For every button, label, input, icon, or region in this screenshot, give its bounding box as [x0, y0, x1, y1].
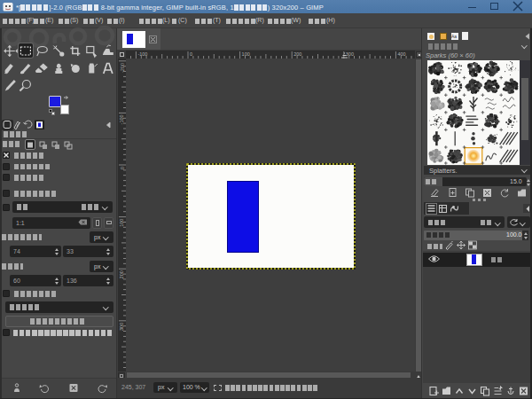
svg-text:400: 400: [397, 51, 405, 57]
svg-text:-100: -100: [137, 51, 147, 57]
svg-text:0: 0: [120, 167, 125, 169]
svg-text:100: 100: [120, 219, 125, 227]
svg-text:100: 100: [242, 51, 250, 57]
svg-text:-100: -100: [120, 114, 125, 124]
svg-text:0: 0: [190, 51, 192, 57]
svg-text:300: 300: [120, 323, 125, 331]
svg-text:200: 200: [120, 270, 125, 278]
svg-text:200: 200: [293, 51, 301, 57]
